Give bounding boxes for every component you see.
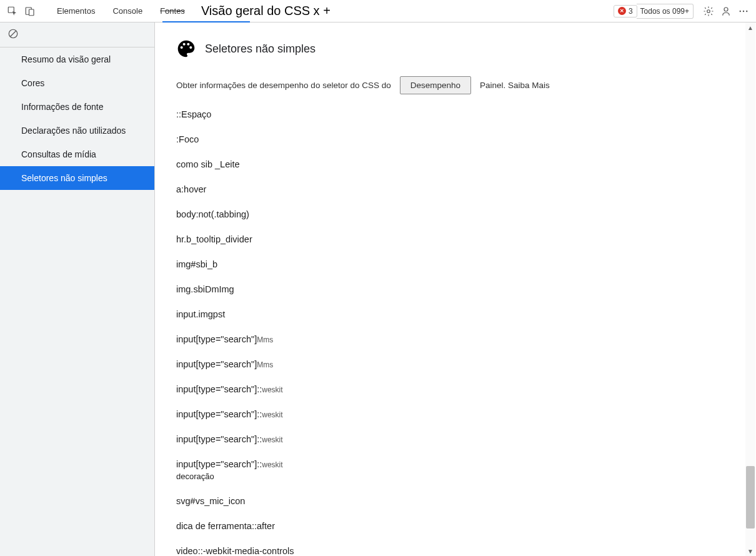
- selector-row[interactable]: dica de ferramenta::after: [176, 521, 735, 531]
- selector-row[interactable]: input[type="search"]Mms: [176, 334, 735, 344]
- more-icon[interactable]: [735, 2, 752, 20]
- selector-suffix: weskit: [262, 435, 282, 444]
- selector-text: input.imgpst: [176, 309, 225, 319]
- selector-row[interactable]: ::Espaço: [176, 109, 735, 119]
- selector-row[interactable]: svg#vs_mic_icon: [176, 496, 735, 506]
- selector-row[interactable]: a:hover: [176, 184, 735, 194]
- selector-text: input[type="search"]: [176, 334, 257, 344]
- svg-point-7: [746, 10, 747, 11]
- main-area: Resumo da visão geral Cores Informações …: [0, 22, 756, 556]
- device-toggle-icon[interactable]: [21, 2, 39, 20]
- clear-icon[interactable]: [7, 28, 19, 42]
- error-icon: ✕: [618, 7, 626, 15]
- sidebar-item-colors[interactable]: Cores: [0, 71, 154, 95]
- selector-row[interactable]: input[type="search"]::weskit: [176, 384, 735, 394]
- section-header: Seletores não simples: [176, 39, 735, 59]
- sidebar-item-unused[interactable]: Declarações não utilizados: [0, 119, 154, 142]
- selectors-list: ::Espaço:Fococomo sib _Leitea:hoverbody:…: [176, 109, 735, 556]
- selector-row[interactable]: input[type="search"]::weskit: [176, 409, 735, 419]
- selector-text: body:not(.tabbing): [176, 209, 249, 219]
- sidebar-item-summary[interactable]: Resumo da visão geral: [0, 47, 154, 71]
- settings-icon[interactable]: [700, 2, 717, 20]
- selector-text: video::-webkit-media-controls: [176, 546, 294, 556]
- selector-text: input[type="search"]::: [176, 409, 262, 419]
- content-pane: Seletores não simples Obter informações …: [155, 22, 756, 556]
- tab-css-overview-label: Visão geral do CSS x +: [201, 4, 331, 18]
- scroll-thumb[interactable]: [746, 466, 755, 529]
- section-title: Seletores não simples: [205, 42, 316, 56]
- selector-text: :Foco: [176, 134, 199, 144]
- svg-point-6: [743, 10, 744, 11]
- tab-sources[interactable]: Fontes: [151, 0, 194, 22]
- selector-row[interactable]: input.imgpst: [176, 309, 735, 319]
- selector-text: hr.b_tooltip_divider: [176, 234, 252, 244]
- palette-icon: [176, 39, 196, 59]
- tab-elements[interactable]: Elementos: [48, 0, 104, 22]
- selector-row[interactable]: input[type="search"]Mms: [176, 359, 735, 369]
- selector-suffix: Mms: [257, 335, 273, 344]
- selector-text: input[type="search"]::: [176, 384, 262, 394]
- all-issues-button[interactable]: Todos os 099+: [637, 4, 694, 19]
- inspect-icon[interactable]: [4, 2, 21, 20]
- feedback-icon[interactable]: [717, 2, 735, 20]
- selector-text: input[type="search"]::: [176, 434, 262, 444]
- selector-text: img.sbiDmImg: [176, 284, 234, 294]
- selector-row[interactable]: body:not(.tabbing): [176, 209, 735, 219]
- selector-row[interactable]: input[type="search"]::weskit: [176, 434, 735, 444]
- sidebar-item-media[interactable]: Consultas de mídia: [0, 142, 154, 166]
- selector-row[interactable]: video::-webkit-media-controls: [176, 546, 735, 556]
- scrollbar[interactable]: ▲ ▼: [745, 22, 755, 556]
- selector-text: input[type="search"]: [176, 359, 257, 369]
- error-indicator[interactable]: ✕ 3: [614, 5, 637, 17]
- selector-text: img#sbi_b: [176, 259, 217, 269]
- svg-point-3: [707, 9, 710, 12]
- sidebar: Resumo da visão geral Cores Informações …: [0, 22, 155, 556]
- selector-suffix: weskit: [262, 410, 282, 419]
- selector-subline: decoração: [176, 472, 735, 481]
- selector-row[interactable]: como sib _Leite: [176, 159, 735, 169]
- selector-row[interactable]: img#sbi_b: [176, 259, 735, 269]
- selector-text: ::Espaço: [176, 109, 211, 119]
- selector-text: como sib _Leite: [176, 159, 240, 169]
- error-count: 3: [629, 7, 633, 16]
- sidebar-top: [0, 22, 154, 47]
- selector-row[interactable]: hr.b_tooltip_divider: [176, 234, 735, 244]
- selector-text: dica de ferramenta::after: [176, 521, 275, 531]
- selector-row[interactable]: :Foco: [176, 134, 735, 144]
- scroll-down-icon[interactable]: ▼: [745, 546, 755, 556]
- selector-text: a:hover: [176, 184, 206, 194]
- perf-row: Obter informações de desempenho do selet…: [176, 76, 735, 94]
- tab-console[interactable]: Console: [104, 0, 151, 22]
- devtools-toolbar: Elementos Console Fontes Visão geral do …: [0, 0, 756, 22]
- selector-text: input[type="search"]::: [176, 459, 262, 469]
- sidebar-item-fonts[interactable]: Informações de fonte: [0, 95, 154, 119]
- scroll-up-icon[interactable]: ▲: [745, 22, 755, 32]
- tab-css-overview[interactable]: Visão geral do CSS x +: [194, 0, 338, 22]
- performance-button[interactable]: Desempenho: [400, 76, 471, 94]
- selector-row[interactable]: img.sbiDmImg: [176, 284, 735, 294]
- selector-suffix: weskit: [262, 385, 282, 394]
- perf-text-after: Painel. Saiba Mais: [480, 81, 550, 90]
- selector-suffix: Mms: [257, 360, 273, 369]
- svg-rect-2: [29, 9, 34, 16]
- perf-text-before: Obter informações de desempenho do selet…: [176, 81, 391, 90]
- svg-point-5: [740, 10, 741, 11]
- sidebar-item-nonsimple[interactable]: Seletores não simples: [0, 166, 154, 190]
- svg-point-4: [724, 7, 728, 11]
- selector-row[interactable]: input[type="search"]::weskit: [176, 459, 735, 469]
- selector-suffix: weskit: [262, 460, 282, 469]
- selector-text: svg#vs_mic_icon: [176, 496, 245, 506]
- svg-line-9: [11, 31, 16, 36]
